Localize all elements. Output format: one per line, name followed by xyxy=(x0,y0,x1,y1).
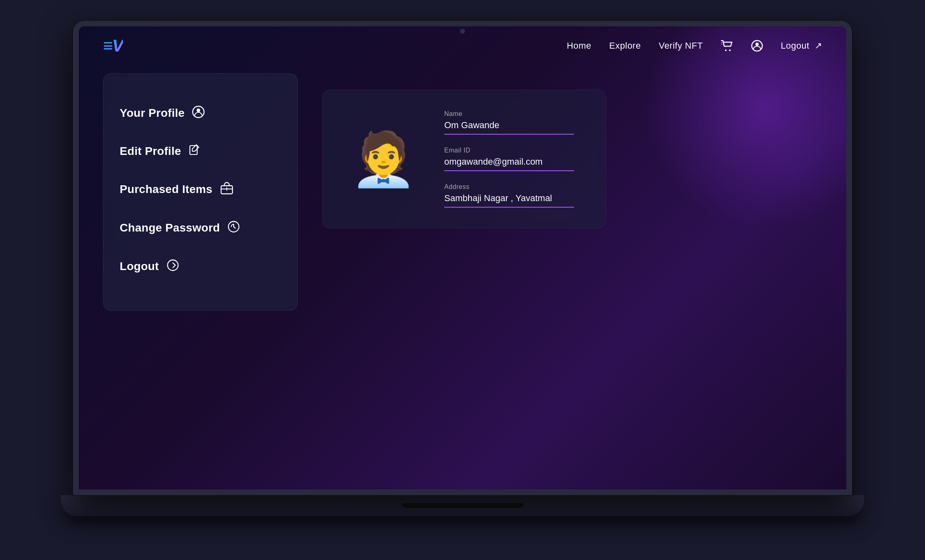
address-value: Sambhaji Nagar , Yavatmal xyxy=(444,193,574,208)
svg-point-0 xyxy=(725,49,727,51)
avatar-emoji: 🧑‍💼 xyxy=(351,133,416,185)
email-label: Email ID xyxy=(444,147,581,154)
email-field: Email ID omgawande@gmail.com xyxy=(444,147,581,171)
change-password-item[interactable]: Change Password xyxy=(120,209,281,247)
logo: ≡V xyxy=(103,36,123,56)
svg-point-3 xyxy=(755,43,759,46)
name-label: Name xyxy=(444,110,581,118)
explore-link[interactable]: Explore xyxy=(609,41,641,51)
profile-icon-button[interactable] xyxy=(751,40,763,52)
password-icon xyxy=(227,220,240,236)
svg-point-1 xyxy=(729,49,731,51)
edit-icon xyxy=(188,144,200,159)
svg-point-5 xyxy=(197,108,200,112)
home-link[interactable]: Home xyxy=(567,41,592,51)
cart-button[interactable] xyxy=(721,40,733,51)
profile-card: 🧑‍💼 Name Om Gawande Email ID omgawande@g… xyxy=(322,90,606,228)
laptop-hinge xyxy=(402,503,523,508)
screen-content: ≡V Home Explore Verify NFT xyxy=(79,26,846,489)
bag-icon xyxy=(220,182,234,197)
avatar: 🧑‍💼 xyxy=(347,122,420,195)
name-value: Om Gawande xyxy=(444,120,574,135)
verify-nft-link[interactable]: Verify NFT xyxy=(659,41,703,51)
name-field: Name Om Gawande xyxy=(444,110,581,135)
profile-icon xyxy=(192,105,205,121)
your-profile-item[interactable]: Your Profile xyxy=(120,94,281,133)
logout-nav-button[interactable]: Logout ↗ xyxy=(781,41,822,51)
laptop-container: ≡V Home Explore Verify NFT xyxy=(57,21,868,540)
purchased-items-item[interactable]: Purchased Items xyxy=(120,170,281,209)
sidebar: Your Profile Edit Profile xyxy=(103,73,298,311)
address-label: Address xyxy=(444,183,581,191)
logout-icon xyxy=(166,259,179,275)
webcam xyxy=(460,29,465,34)
screen-bezel: ≡V Home Explore Verify NFT xyxy=(73,21,852,495)
logout-sidebar-item[interactable]: Logout xyxy=(120,247,281,286)
nav-links: Home Explore Verify NFT xyxy=(567,40,822,52)
svg-point-11 xyxy=(168,260,178,270)
email-value: omgawande@gmail.com xyxy=(444,157,574,171)
edit-profile-item[interactable]: Edit Profile xyxy=(120,133,281,170)
address-field: Address Sambhaji Nagar , Yavatmal xyxy=(444,183,581,208)
laptop-base xyxy=(61,495,864,516)
main-content: Your Profile Edit Profile xyxy=(79,65,846,319)
profile-info: Name Om Gawande Email ID omgawande@gmail… xyxy=(444,110,581,208)
